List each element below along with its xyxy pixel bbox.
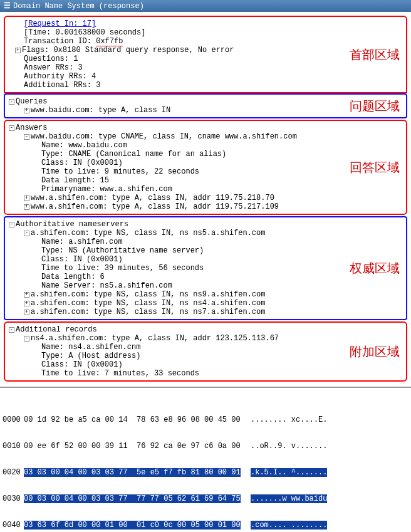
queries-title-row[interactable]: -Queries xyxy=(8,97,402,106)
addl-title-row[interactable]: -Additional records xyxy=(8,325,402,334)
minus-icon[interactable]: - xyxy=(24,336,29,342)
protocol-title-text: Domain Name System (response) xyxy=(13,2,144,11)
plus-icon[interactable]: + xyxy=(24,108,29,113)
label-auth-cn: 权威区域 xyxy=(350,260,400,277)
auth-item[interactable]: +a.shifen.com: type NS, class IN, ns ns4… xyxy=(8,299,402,308)
addl-type: Type: A (Host address) xyxy=(8,352,402,360)
packet-details-pane: 首部区域 [Request In: 17] [Time: 0.001638000… xyxy=(0,12,411,387)
questions-count: Questions: 1 xyxy=(8,55,402,63)
answer-item[interactable]: -www.baidu.com: type CNAME, class IN, cn… xyxy=(8,132,402,141)
auth-type: Type: NS (Authoritative name server) xyxy=(8,246,402,255)
answer-item[interactable]: +www.a.shifen.com: type A, class IN, add… xyxy=(8,194,402,202)
protocol-title-bar[interactable]: ☰ Domain Name System (response) xyxy=(0,0,411,12)
hex-row[interactable]: 000000 1d 92 be a5 ca 00 14 78 63 e8 96 … xyxy=(3,415,408,424)
addl-item[interactable]: -ns4.a.shifen.com: type A, class IN, add… xyxy=(8,334,402,343)
dns-answers-section: 回答区域 -Answers -www.baidu.com: type CNAME… xyxy=(4,120,407,215)
authority-rrs-count: Authority RRs: 4 xyxy=(8,72,402,81)
auth-name: Name: a.shifen.com xyxy=(8,237,402,246)
plus-icon[interactable]: + xyxy=(24,292,29,298)
minus-icon[interactable]: - xyxy=(24,231,29,236)
label-header-cn: 首部区域 xyxy=(350,46,400,63)
collapse-icon[interactable]: ☰ xyxy=(4,1,11,11)
answers-title-row[interactable]: -Answers xyxy=(8,123,402,132)
hex-row[interactable]: 003000 03 00 04 00 03 03 77 77 77 05 62 … xyxy=(3,494,408,503)
addl-name: Name: ns4.a.shifen.cnm xyxy=(8,343,402,352)
addl-ttl: Time to live: 7 minutes, 33 seconds xyxy=(8,369,402,378)
plus-icon[interactable]: + xyxy=(24,204,29,210)
dns-additional-section: 附加区域 -Additional records -ns4.a.shifen.c… xyxy=(4,321,407,382)
minus-icon[interactable]: - xyxy=(9,125,14,131)
dns-authoritative-section: 权威区域 -Authoritative nameservers -a.shife… xyxy=(4,216,407,320)
answer-datalen: Data length: 15 xyxy=(8,176,402,185)
answer-class: Class: IN (0x0001) xyxy=(8,159,402,167)
answer-rrs-count: Answer RRs: 3 xyxy=(8,63,402,72)
auth-ttl: Time to live: 39 minutes, 56 seconds xyxy=(8,264,402,273)
answer-name: Name: www.baidu.com xyxy=(8,141,402,150)
hex-dump-pane[interactable]: 51CTO博客 000000 1d 92 be a5 ca 00 14 78 6… xyxy=(0,387,411,532)
answer-primaryname: Primaryname: www.a.shifen.com xyxy=(8,185,402,194)
answer-item[interactable]: +www.a.shifen.com: type A, class IN, add… xyxy=(8,202,402,211)
dns-queries-section: 问题区域 -Queries +www.baidu.com: type A, cl… xyxy=(4,93,407,118)
request-in-link[interactable]: [Request In: 17] xyxy=(8,19,402,28)
auth-item[interactable]: +a.shifen.com: type NS, class IN, ns ns7… xyxy=(8,308,402,316)
auth-item[interactable]: +a.shifen.com: type NS, class IN, ns ns9… xyxy=(8,290,402,299)
label-answers-cn: 回答区域 xyxy=(350,159,400,176)
hex-row[interactable]: 001000 ee 6f 52 00 00 39 11 76 92 ca 0e … xyxy=(3,442,408,451)
query-item[interactable]: +www.baidu.com: type A, class IN xyxy=(8,106,402,115)
plus-icon[interactable]: + xyxy=(24,310,29,315)
additional-rrs-count: Additional RRs: 3 xyxy=(8,81,402,90)
addl-class: Class: IN (0x0001) xyxy=(8,360,402,369)
dns-header-section: 首部区域 [Request In: 17] [Time: 0.001638000… xyxy=(4,16,407,93)
minus-icon[interactable]: - xyxy=(9,99,14,105)
minus-icon[interactable]: - xyxy=(9,327,14,333)
label-queries-cn: 问题区域 xyxy=(350,98,400,115)
transaction-id-value: 0xf7fb xyxy=(96,37,123,46)
flags-row[interactable]: +Flags: 0x8180 Standard query response, … xyxy=(8,46,402,55)
plus-icon[interactable]: + xyxy=(24,301,29,306)
answer-type: Type: CNAME (Canonical name for an alias… xyxy=(8,150,402,159)
auth-datalen: Data length: 6 xyxy=(8,273,402,281)
transaction-id-row: Transaction ID: 0xf7fb xyxy=(8,37,402,46)
auth-class: Class: IN (0x0001) xyxy=(8,255,402,264)
minus-icon[interactable]: - xyxy=(9,222,14,227)
hex-row[interactable]: 002003 03 00 04 00 03 03 77 5e e5 f7 fb … xyxy=(3,468,408,477)
auth-title-row[interactable]: -Authoritative nameservers xyxy=(8,220,402,229)
label-addl-cn: 附加区域 xyxy=(350,343,400,360)
plus-icon[interactable]: + xyxy=(24,196,29,201)
auth-item[interactable]: -a.shifen.com: type NS, class IN, ns ns5… xyxy=(8,229,402,237)
time-value: [Time: 0.001638000 seconds] xyxy=(8,28,402,37)
minus-icon[interactable]: - xyxy=(24,134,29,140)
hex-row[interactable]: 004003 63 6f 6d 00 00 01 00 01 c0 0c 00 … xyxy=(3,521,408,529)
answer-ttl: Time to live: 9 minutes, 22 seconds xyxy=(8,167,402,176)
plus-icon[interactable]: + xyxy=(15,48,21,53)
auth-nameserver: Name Server: ns5.a.shifen.com xyxy=(8,281,402,290)
